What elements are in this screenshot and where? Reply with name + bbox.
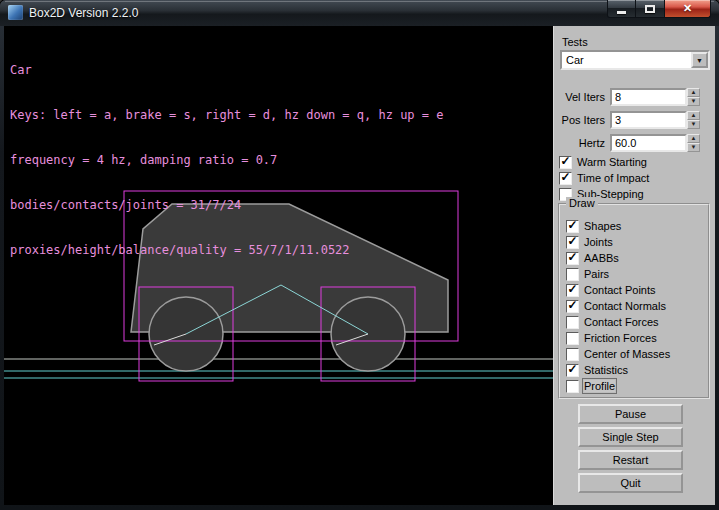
- title-bar[interactable]: Box2D Version 2.2.0 ✕: [0, 0, 719, 26]
- draw-group: Draw ✓ Shapes ✓ Joints ✓ AABBs ✓ Pairs ✓…: [558, 203, 710, 399]
- center-of-masses-label: Center of Masses: [584, 348, 670, 360]
- restart-button[interactable]: Restart: [578, 450, 683, 470]
- joints-label: Joints: [584, 236, 613, 248]
- joints-row[interactable]: ✓ Joints: [566, 234, 708, 250]
- aabbs-label: AABBs: [584, 252, 619, 264]
- contact-normals-label: Contact Normals: [584, 300, 666, 312]
- hertz-up-button[interactable]: ▲: [687, 134, 700, 143]
- friction-forces-row[interactable]: ✓ Friction Forces: [566, 330, 708, 346]
- center-of-masses-row[interactable]: ✓ Center of Masses: [566, 346, 708, 362]
- window-title: Box2D Version 2.2.0: [29, 6, 138, 20]
- tests-label: Tests: [562, 36, 588, 48]
- vel-iters-input[interactable]: [610, 88, 687, 106]
- simulation-canvas[interactable]: Car Keys: left = a, brake = s, right = d…: [4, 26, 553, 505]
- contact-points-checkbox[interactable]: ✓: [566, 284, 579, 297]
- hud-bodies-line: bodies/contacts/joints = 31/7/24: [10, 198, 443, 213]
- pos-iters-input[interactable]: [610, 111, 687, 129]
- hertz-down-button[interactable]: ▼: [687, 143, 700, 152]
- quit-button[interactable]: Quit: [578, 473, 683, 493]
- pos-iters-down-button[interactable]: ▼: [687, 120, 700, 129]
- statistics-label: Statistics: [584, 364, 628, 376]
- shapes-row[interactable]: ✓ Shapes: [566, 218, 708, 234]
- hud-test-name: Car: [10, 63, 443, 78]
- check-icon: ✓: [560, 155, 570, 167]
- center-of-masses-checkbox[interactable]: ✓: [566, 348, 579, 361]
- check-icon: ✓: [567, 363, 577, 375]
- vel-iters-down-button[interactable]: ▼: [687, 97, 700, 106]
- statistics-row[interactable]: ✓ Statistics: [566, 362, 708, 378]
- friction-forces-label: Friction Forces: [584, 332, 657, 344]
- statistics-checkbox[interactable]: ✓: [566, 364, 579, 377]
- warm-starting-checkbox[interactable]: ✓: [559, 156, 572, 169]
- contact-normals-checkbox[interactable]: ✓: [566, 300, 579, 313]
- hud-keys-line: Keys: left = a, brake = s, right = d, hz…: [10, 108, 443, 123]
- shapes-checkbox[interactable]: ✓: [566, 220, 579, 233]
- pause-button[interactable]: Pause: [578, 404, 683, 424]
- vel-iters-arrows: ▲ ▼: [687, 88, 700, 106]
- draw-group-title: Draw: [566, 197, 598, 209]
- hertz-arrows: ▲ ▼: [687, 134, 700, 152]
- minimize-icon: [617, 11, 626, 14]
- aabbs-row[interactable]: ✓ AABBs: [566, 250, 708, 266]
- app-icon: [8, 5, 23, 20]
- time-of-impact-label: Time of Impact: [577, 172, 649, 184]
- contact-forces-checkbox[interactable]: ✓: [566, 316, 579, 329]
- hertz-label: Hertz: [558, 137, 610, 149]
- check-icon: ✓: [567, 219, 577, 231]
- time-of-impact-checkbox[interactable]: ✓: [559, 172, 572, 185]
- close-button[interactable]: ✕: [664, 0, 711, 18]
- check-icon: ✓: [567, 251, 577, 263]
- minimize-button[interactable]: [607, 0, 636, 18]
- pos-iters-spinner: Pos Iters ▲ ▼: [558, 111, 708, 129]
- aabbs-checkbox[interactable]: ✓: [566, 252, 579, 265]
- debug-hud: Car Keys: left = a, brake = s, right = d…: [10, 33, 443, 288]
- time-of-impact-row[interactable]: ✓ Time of Impact: [559, 170, 649, 186]
- profile-checkbox[interactable]: ✓: [566, 380, 579, 393]
- warm-starting-label: Warm Starting: [577, 156, 647, 168]
- single-step-button[interactable]: Single Step: [578, 427, 683, 447]
- action-buttons: Pause Single Step Restart Quit: [578, 404, 683, 493]
- hud-proxies-line: proxies/height/balance/quality = 55/7/1/…: [10, 243, 443, 258]
- pairs-checkbox[interactable]: ✓: [566, 268, 579, 281]
- contact-forces-label: Contact Forces: [584, 316, 659, 328]
- check-icon: ✓: [560, 171, 570, 183]
- maximize-icon: [645, 5, 655, 13]
- contact-points-label: Contact Points: [584, 284, 656, 296]
- hud-frequency-line: frequency = 4 hz, damping ratio = 0.7: [10, 153, 443, 168]
- check-icon: ✓: [567, 235, 577, 247]
- joints-checkbox[interactable]: ✓: [566, 236, 579, 249]
- shapes-label: Shapes: [584, 220, 621, 232]
- maximize-button[interactable]: [636, 0, 664, 18]
- close-icon: ✕: [683, 2, 692, 15]
- app-window: Box2D Version 2.2.0 ✕: [0, 0, 719, 510]
- contact-points-row[interactable]: ✓ Contact Points: [566, 282, 708, 298]
- pos-iters-label: Pos Iters: [558, 114, 610, 126]
- hertz-input[interactable]: [610, 134, 687, 152]
- check-icon: ✓: [567, 299, 577, 311]
- hertz-spinner: Hertz ▲ ▼: [558, 134, 708, 152]
- contact-forces-row[interactable]: ✓ Contact Forces: [566, 314, 708, 330]
- tests-dropdown-value: Car: [562, 52, 691, 68]
- profile-label: Profile: [584, 380, 615, 392]
- caption-buttons: ✕: [607, 0, 711, 18]
- pairs-row[interactable]: ✓ Pairs: [566, 266, 708, 282]
- pairs-label: Pairs: [584, 268, 609, 280]
- pos-iters-arrows: ▲ ▼: [687, 111, 700, 129]
- dropdown-arrow-icon[interactable]: ▼: [691, 52, 708, 68]
- vel-iters-up-button[interactable]: ▲: [687, 88, 700, 97]
- friction-forces-checkbox[interactable]: ✓: [566, 332, 579, 345]
- pos-iters-up-button[interactable]: ▲: [687, 111, 700, 120]
- warm-starting-row[interactable]: ✓ Warm Starting: [559, 154, 647, 170]
- tests-dropdown[interactable]: Car ▼: [560, 50, 710, 70]
- check-icon: ✓: [567, 283, 577, 295]
- contact-normals-row[interactable]: ✓ Contact Normals: [566, 298, 708, 314]
- profile-row[interactable]: ✓ Profile: [566, 378, 708, 394]
- control-panel: Tests Car ▼ Vel Iters ▲ ▼ Pos Iters ▲ ▼ …: [553, 26, 715, 505]
- vel-iters-spinner: Vel Iters ▲ ▼: [558, 88, 708, 106]
- vel-iters-label: Vel Iters: [558, 91, 610, 103]
